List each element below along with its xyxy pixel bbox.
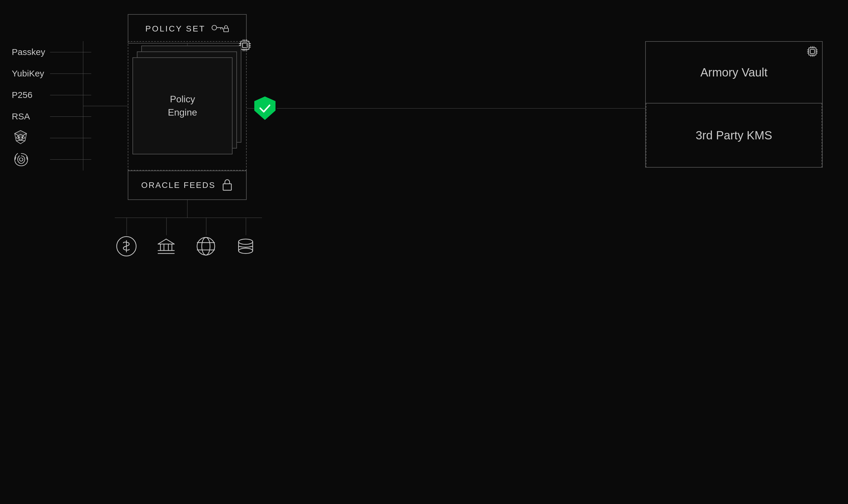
shield-check-icon <box>253 96 277 120</box>
fingerprint-icon <box>12 150 31 169</box>
svg-line-54 <box>166 239 175 244</box>
oracle-feeds-label: ORACLE FEEDS <box>141 181 215 190</box>
p256-label: P256 <box>12 90 50 100</box>
auth-methods-panel: Passkey YubiKey P256 RSA <box>12 41 50 170</box>
svg-line-30 <box>21 140 25 141</box>
key-lock-icon <box>211 22 229 36</box>
svg-rect-35 <box>809 48 816 55</box>
bottom-icon-drop-2 <box>166 218 167 235</box>
dollar-circle-icon <box>115 235 137 258</box>
bottom-icon-drop-4 <box>246 218 246 235</box>
auth-item-rsa: RSA <box>12 106 50 127</box>
svg-rect-36 <box>810 49 814 54</box>
shield-svg <box>253 95 277 121</box>
third-party-kms-box: 3rd Party KMS <box>646 103 822 168</box>
auth-item-metamask <box>12 127 50 148</box>
bank-icon <box>155 235 177 258</box>
svg-line-23 <box>16 136 18 138</box>
svg-rect-4 <box>224 28 228 32</box>
auth-to-engine-horizontal-line <box>83 106 128 106</box>
auth-item-p256: P256 <box>12 84 50 106</box>
passkey-label: Passkey <box>12 47 50 57</box>
right-panel: Armory Vault 3rd Party KMS <box>645 41 823 168</box>
bottom-horizontal-line <box>115 218 262 218</box>
database-icon <box>235 235 257 258</box>
policy-engine-label: PolicyEngine <box>168 93 197 119</box>
svg-point-33 <box>18 137 20 138</box>
card-front: PolicyEngine <box>133 57 232 155</box>
auth-item-biometric <box>12 148 50 170</box>
armory-vault-box: Armory Vault <box>646 42 822 104</box>
fox-icon <box>12 129 30 147</box>
rsa-label: RSA <box>12 111 50 122</box>
svg-point-34 <box>21 137 23 138</box>
rsa-connector-line <box>50 116 91 117</box>
auth-item-yubikey: YubiKey <box>12 62 50 84</box>
svg-point-60 <box>197 238 215 255</box>
metamask-connector-line <box>50 138 91 138</box>
diagram-container: POLICY SET <box>0 0 848 504</box>
svg-point-64 <box>239 239 253 244</box>
svg-line-53 <box>158 239 166 244</box>
globe-icon <box>195 235 217 258</box>
bottom-icon-drop-3 <box>206 218 206 235</box>
policy-set-label: POLICY SET <box>145 24 205 34</box>
svg-point-65 <box>239 248 253 253</box>
oracle-to-bottom-line <box>187 200 188 218</box>
bottom-icon-drop-1 <box>126 218 127 235</box>
third-party-kms-label: 3rd Party KMS <box>695 129 772 142</box>
svg-point-61 <box>202 238 210 255</box>
yubikey-label: YubiKey <box>12 69 50 78</box>
armory-vault-label: Armory Vault <box>700 66 767 79</box>
lock-icon <box>221 179 233 192</box>
svg-line-29 <box>16 140 21 141</box>
biometric-connector-line <box>50 159 91 160</box>
p256-connector-line <box>50 95 91 95</box>
cpu-icon-right <box>806 45 819 61</box>
svg-point-0 <box>212 25 217 30</box>
svg-rect-19 <box>223 184 231 190</box>
policy-set-box: POLICY SET <box>128 14 247 43</box>
svg-line-24 <box>23 136 25 138</box>
oracle-feeds-box: ORACLE FEEDS <box>128 170 247 200</box>
passkey-connector-line <box>50 52 91 52</box>
auth-item-passkey: Passkey <box>12 41 50 62</box>
yubikey-connector-line <box>50 73 91 74</box>
